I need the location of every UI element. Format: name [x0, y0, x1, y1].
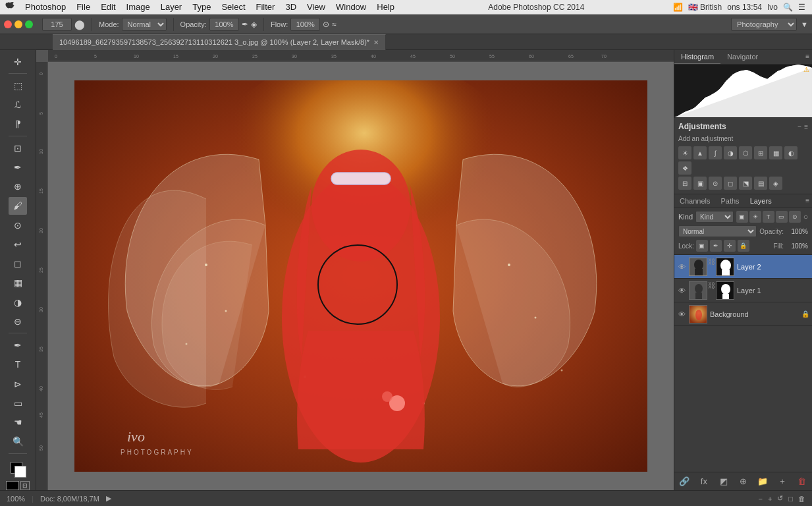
menu-type[interactable]: Type	[187, 0, 216, 14]
menu-icon[interactable]: ☰	[798, 3, 805, 12]
invert-icon[interactable]: ⊙	[709, 177, 722, 190]
curves-icon[interactable]: ∫	[709, 146, 722, 159]
menu-view[interactable]: View	[302, 0, 331, 14]
eraser-tool-button[interactable]: ◻	[9, 254, 27, 272]
hue-saturation-icon[interactable]: ⊞	[754, 146, 767, 159]
color-lookup-icon[interactable]: ▣	[693, 177, 707, 190]
lock-pixels-icon[interactable]: ✒	[710, 240, 722, 252]
quick-mask-icon[interactable]	[6, 481, 19, 490]
layer-item-background[interactable]: 👁 Background 🔒	[674, 302, 812, 326]
vibrance-icon[interactable]: ⬡	[739, 146, 752, 159]
color-balance-icon[interactable]: ▦	[769, 146, 782, 159]
opacity-input[interactable]	[209, 18, 239, 31]
menu-help[interactable]: Help	[371, 0, 400, 14]
text-tool-button[interactable]: T	[9, 356, 27, 374]
new-layer-button[interactable]: +	[775, 474, 790, 489]
zoom-tool-button[interactable]: 🔍	[9, 433, 27, 451]
lock-transparent-icon[interactable]: ▣	[696, 240, 708, 252]
minimize-window-button[interactable]	[14, 20, 22, 28]
layer-effects-button[interactable]: fx	[697, 474, 711, 489]
eyedropper-button[interactable]: ✒	[9, 158, 27, 176]
new-layer-bottom-icon[interactable]: □	[788, 495, 793, 503]
crop-tool-button[interactable]: ⊡	[9, 139, 27, 157]
tab-channels[interactable]: Channels	[674, 194, 715, 208]
adjustments-collapse-icon[interactable]: −	[798, 123, 801, 130]
selective-color-icon[interactable]: ◈	[769, 177, 782, 190]
exposure-icon[interactable]: ◑	[724, 146, 737, 159]
lock-all-icon[interactable]: 🔒	[738, 240, 749, 252]
rotate-canvas-icon[interactable]: ↺	[777, 494, 783, 503]
lock-position-icon[interactable]: ✛	[724, 240, 736, 252]
tab-close-button[interactable]: ✕	[373, 39, 379, 46]
menu-photoshop[interactable]: Photoshop	[20, 0, 71, 14]
fill-value[interactable]: 100%	[785, 242, 808, 250]
layer2-visibility-icon[interactable]: 👁	[677, 263, 686, 271]
hand-tool-button[interactable]: ☚	[9, 413, 27, 431]
magic-wand-button[interactable]: ⁋	[9, 115, 27, 133]
marquee-tool-button[interactable]: ⬚	[9, 76, 27, 94]
new-group-button[interactable]: 📁	[755, 474, 770, 489]
layer-item-layer1[interactable]: 👁 ⛓ Layer 1	[674, 279, 812, 302]
apple-logo-icon[interactable]	[0, 1, 20, 13]
brush-tool-button[interactable]: 🖌	[9, 197, 27, 215]
workspace-expand-icon[interactable]: ▼	[801, 20, 808, 28]
kind-select[interactable]: Kind	[695, 211, 734, 223]
menu-file[interactable]: File	[71, 0, 95, 14]
canvas-area[interactable]: 0 5 10 15 20 25 30 35 40 45 50 55 60 65 …	[36, 50, 674, 490]
search-icon[interactable]: 🔍	[783, 3, 793, 12]
new-adjustment-button[interactable]: ⊕	[736, 474, 750, 489]
document-tab[interactable]: 10496189_662793597138573_256392713110312…	[53, 34, 386, 50]
airbrush-icon[interactable]: ◈	[251, 20, 257, 29]
canvas-zoom-out-icon[interactable]: −	[758, 495, 762, 503]
threshold-icon[interactable]: ⬔	[739, 177, 752, 190]
lasso-tool-button[interactable]: ℒ	[9, 96, 27, 113]
type-filter-icon[interactable]: T	[763, 211, 774, 223]
smart-filter-icon[interactable]: ⊙	[789, 211, 801, 223]
menu-edit[interactable]: Edit	[95, 0, 121, 14]
background-color[interactable]	[14, 466, 26, 478]
color-swatches[interactable]	[8, 459, 28, 478]
menu-window[interactable]: Window	[331, 0, 371, 14]
black-white-icon[interactable]: ◐	[784, 146, 798, 159]
canvas-container[interactable]: ivo PHOTOGRAPHY	[48, 62, 674, 490]
layer2-chain-icon[interactable]: ⛓	[708, 258, 715, 276]
layer-item-layer2[interactable]: 👁 ⛓ Layer 2	[674, 255, 812, 279]
maximize-window-button[interactable]	[25, 20, 33, 28]
tab-layers[interactable]: Layers	[745, 194, 777, 208]
canvas-zoom-in-icon[interactable]: +	[768, 495, 772, 503]
blend-mode-select[interactable]: Normal Multiply Screen	[678, 225, 757, 237]
menu-select[interactable]: Select	[216, 0, 250, 14]
doc-arrow-icon[interactable]: ▶	[106, 494, 111, 503]
blur-tool-button[interactable]: ◑	[9, 293, 27, 311]
dodge-tool-button[interactable]: ⊖	[9, 312, 27, 330]
mode-select[interactable]: Normal Multiply Screen	[122, 18, 167, 31]
screen-mode-icon[interactable]: ⊡	[20, 481, 30, 490]
brightness-contrast-icon[interactable]: ☀	[678, 146, 691, 159]
background-visibility-icon[interactable]: 👁	[677, 310, 686, 318]
posterize-icon[interactable]: ◻	[724, 177, 737, 190]
layers-options-icon[interactable]: ≡	[803, 194, 812, 208]
menu-image[interactable]: Image	[121, 0, 155, 14]
layer1-visibility-icon[interactable]: 👁	[677, 287, 686, 295]
path-select-button[interactable]: ⊳	[9, 375, 27, 393]
shape-tool-button[interactable]: ▭	[9, 394, 27, 412]
flow-input[interactable]	[290, 18, 320, 31]
menu-layer[interactable]: Layer	[155, 0, 188, 14]
pixel-filter-icon[interactable]: ▣	[736, 211, 748, 223]
shape-filter-icon[interactable]: ▭	[776, 211, 788, 223]
trash-bottom-icon[interactable]: 🗑	[798, 495, 805, 503]
tab-paths[interactable]: Paths	[715, 194, 744, 208]
photo-filter-icon[interactable]: ❖	[678, 161, 691, 175]
history-brush-button[interactable]: ↩	[9, 235, 27, 253]
levels-icon[interactable]: ▲	[693, 146, 707, 159]
heal-brush-button[interactable]: ⊕	[9, 177, 27, 195]
adjustments-menu-icon[interactable]: ≡	[804, 123, 808, 130]
tab-histogram[interactable]: Histogram	[674, 50, 720, 64]
channel-mixer-icon[interactable]: ⊟	[678, 177, 691, 190]
opacity-pen-icon[interactable]: ✒	[242, 20, 248, 29]
opacity-value[interactable]: 100%	[785, 228, 808, 235]
stamp-tool-button[interactable]: ⊙	[9, 216, 27, 234]
menu-3d[interactable]: 3D	[280, 0, 302, 14]
delete-layer-button[interactable]: 🗑	[795, 474, 809, 489]
add-mask-button[interactable]: ◩	[717, 474, 731, 489]
